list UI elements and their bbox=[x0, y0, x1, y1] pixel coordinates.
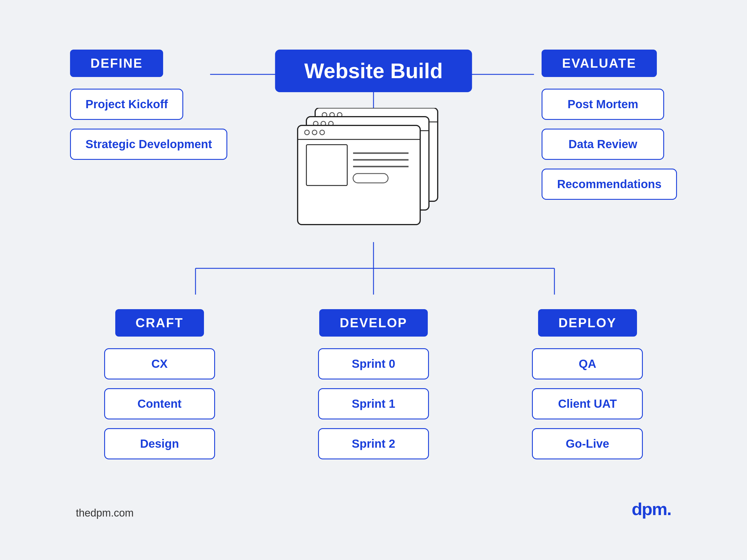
craft-item-3: Design bbox=[104, 428, 215, 459]
bottom-section: CRAFT CX Content Design DEVELOP Sprint 0… bbox=[53, 309, 694, 468]
develop-item-1: Sprint 0 bbox=[318, 348, 429, 379]
footer-logo: dpm. bbox=[632, 499, 671, 519]
craft-item-2: Content bbox=[104, 388, 215, 420]
center-column: Website Build bbox=[275, 50, 472, 92]
evaluate-badge: EVALUATE bbox=[542, 50, 657, 77]
main-title: Website Build bbox=[275, 50, 472, 92]
diagram: Website Build DEFINE Project Kickoff Str… bbox=[53, 32, 694, 528]
define-item-1: Project Kickoff bbox=[70, 89, 183, 120]
craft-item-1: CX bbox=[104, 348, 215, 379]
develop-item-3: Sprint 2 bbox=[318, 428, 429, 459]
deploy-item-1: QA bbox=[532, 348, 643, 379]
deploy-badge: DEPLOY bbox=[538, 309, 637, 337]
craft-badge: CRAFT bbox=[115, 309, 204, 337]
evaluate-item-3: Recommendations bbox=[542, 168, 677, 200]
develop-badge: DEVELOP bbox=[319, 309, 428, 337]
evaluate-item-2: Data Review bbox=[542, 129, 664, 160]
develop-section: DEVELOP Sprint 0 Sprint 1 Sprint 2 bbox=[301, 309, 446, 468]
evaluate-item-1: Post Mortem bbox=[542, 89, 664, 120]
footer-url: thedpm.com bbox=[76, 507, 134, 519]
evaluate-section: EVALUATE Post Mortem Data Review Recomme… bbox=[542, 50, 677, 209]
define-item-2: Strategic Development bbox=[70, 129, 227, 160]
deploy-section: DEPLOY QA Client UAT Go-Live bbox=[514, 309, 660, 468]
deploy-item-2: Client UAT bbox=[532, 388, 643, 420]
deploy-item-3: Go-Live bbox=[532, 428, 643, 459]
define-badge: DEFINE bbox=[70, 50, 163, 77]
browser-illustration bbox=[292, 108, 455, 231]
craft-section: CRAFT CX Content Design bbox=[87, 309, 233, 468]
define-section: DEFINE Project Kickoff Strategic Develop… bbox=[70, 50, 227, 168]
develop-item-2: Sprint 1 bbox=[318, 388, 429, 420]
svg-rect-18 bbox=[298, 126, 420, 224]
